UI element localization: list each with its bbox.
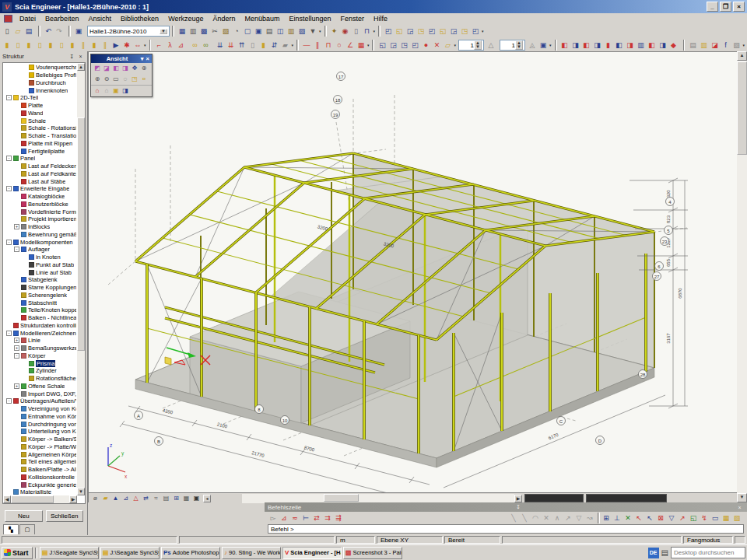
tree-item[interactable]: Stabschnitt xyxy=(4,299,76,306)
tree-item[interactable]: Vereinigung von Körp xyxy=(4,405,76,413)
snap-tool-icon[interactable]: ↝ xyxy=(584,513,595,523)
draw-tool-icon[interactable]: ▦ xyxy=(356,40,366,51)
tree-item[interactable]: Körper -> Balken/Stü xyxy=(4,436,76,443)
activity-spinner-1[interactable]: 1▲▼ xyxy=(458,40,484,51)
menu-item[interactable]: Datei xyxy=(15,14,40,23)
viewport-tool-icon[interactable]: ⊿ xyxy=(121,494,131,503)
snap-tool-icon[interactable]: ◱ xyxy=(688,513,699,523)
tree-expand-toggle[interactable]: - xyxy=(6,156,12,161)
close-icon[interactable]: × xyxy=(735,505,744,510)
toolbar-icon[interactable]: ◳ xyxy=(398,40,409,51)
viewport-tool-icon[interactable]: △ xyxy=(131,494,141,503)
tree-item[interactable]: + InBlocks xyxy=(4,223,76,231)
zoom-tool-icon[interactable]: ⊕ xyxy=(93,75,102,84)
close-button[interactable]: × xyxy=(733,2,745,12)
tree-item[interactable]: Schale - Rotationsfläc xyxy=(4,124,76,132)
snap-tool-icon[interactable]: ▧ xyxy=(731,513,742,523)
tree-item[interactable]: + Linie xyxy=(4,337,76,345)
tree-expand-toggle[interactable]: - xyxy=(6,240,12,245)
toolbar-icon[interactable]: ✕ xyxy=(431,40,442,51)
toolbar-icon[interactable]: ▤ xyxy=(687,40,698,51)
viewport-tool-icon[interactable]: ▲ xyxy=(110,494,121,503)
tree-item[interactable]: Import DWG, DXF, VR xyxy=(4,390,76,397)
view-tool-icon[interactable]: ◨ xyxy=(121,64,130,73)
tree-item[interactable]: Durchdringung von K xyxy=(4,420,76,428)
toolbar-icon[interactable]: ▤ xyxy=(23,26,34,37)
toolbar-icon[interactable]: ✦ xyxy=(329,26,340,37)
snap-tool-icon[interactable]: ╲ xyxy=(508,513,519,523)
h-scroll-right-icon[interactable]: ▶ xyxy=(514,495,522,502)
view-icon[interactable]: ◰ xyxy=(426,26,437,37)
toolbar-icon[interactable]: ⊿ xyxy=(175,40,186,51)
toolbar-icon[interactable]: ▧ xyxy=(220,26,231,37)
tree-expand-toggle[interactable]: - xyxy=(6,95,12,100)
status-snap-mode[interactable]: Fangmodus xyxy=(683,536,733,544)
viewport-tool-icon[interactable]: ▦ xyxy=(181,494,191,503)
snap-tool-icon[interactable]: ▦ xyxy=(721,513,731,523)
tree-item[interactable]: Starre Kopplungen xyxy=(4,284,76,292)
status-unit[interactable]: m xyxy=(336,536,375,544)
palette-close-icon[interactable]: × xyxy=(146,55,149,62)
menu-item[interactable]: Einstellungen xyxy=(285,14,336,23)
title-bar[interactable]: V Scia Engineer - [Halle1-2Bühne-2010 : … xyxy=(0,0,747,13)
render-tool-icon[interactable]: ◨ xyxy=(121,86,130,96)
snap-tool-icon[interactable]: ↯ xyxy=(699,513,710,523)
tree-item[interactable]: Zylinder xyxy=(4,367,76,375)
member-tool-icon[interactable]: ⇔ xyxy=(132,40,143,51)
toolbar-icon[interactable]: ◲ xyxy=(388,40,398,51)
draw-tool-icon[interactable]: ∠ xyxy=(345,40,356,51)
render-tool-icon[interactable]: ▣ xyxy=(111,86,121,96)
selection-tool-icon[interactable]: ⊢ xyxy=(300,513,311,523)
load-tool-icon[interactable]: ◧ xyxy=(647,40,658,51)
viewport-tool-icon[interactable]: ⇄ xyxy=(141,494,151,503)
view-icon[interactable]: ◰ xyxy=(383,26,394,37)
close-icon[interactable]: × xyxy=(76,54,85,59)
toolbar-icon[interactable]: ◔ xyxy=(231,26,242,37)
tree-item[interactable]: Balken/Platte -> Allge xyxy=(4,466,76,474)
snap-tool-icon[interactable]: ▽ xyxy=(666,513,677,523)
render-tool-icon[interactable]: ⌂ xyxy=(93,86,102,96)
snap-tool-icon[interactable]: ▭ xyxy=(710,513,721,523)
zoom-tool-icon[interactable]: ◳ xyxy=(130,75,139,84)
viewport-tool-icon[interactable]: ≈ xyxy=(151,494,161,503)
tree-item[interactable]: Innenknoten xyxy=(4,86,76,94)
tree-item[interactable]: Platte mit Rippen xyxy=(4,140,76,148)
tree-item[interactable]: Fertigteilplatte xyxy=(4,147,76,155)
toolbar-collapse-icon[interactable]: ◂ xyxy=(203,495,211,502)
tree-vertical-scrollbar[interactable]: ▲ ▼ xyxy=(77,63,85,495)
snap-tool-icon[interactable]: ↗ xyxy=(677,513,688,523)
draw-tool-icon[interactable]: ○ xyxy=(334,40,345,51)
tree-item[interactable]: - Körper xyxy=(4,352,76,360)
view-icon[interactable]: ◲ xyxy=(448,26,459,37)
view-tool-icon[interactable]: ◪ xyxy=(102,64,111,73)
tree-item[interactable]: Bewehrung gemäß V xyxy=(4,231,76,239)
load-tool-icon[interactable]: ◨ xyxy=(570,40,581,51)
toolbar-icon[interactable]: ◰ xyxy=(409,40,420,51)
member-tool-icon[interactable]: ▮ xyxy=(45,40,56,51)
scroll-thumb[interactable] xyxy=(77,117,85,351)
view-tool-icon[interactable]: ◧ xyxy=(111,64,121,73)
toolbar-icon[interactable]: ▦ xyxy=(177,26,188,37)
mdi-child-icon[interactable] xyxy=(4,15,12,23)
menu-item[interactable]: Bibliotheken xyxy=(116,14,163,23)
toolbar-icon[interactable]: ▣ xyxy=(253,26,264,37)
tree-item[interactable]: Last auf Feldkanten xyxy=(4,170,76,178)
toolbar-icon[interactable]: ∞ xyxy=(189,40,200,51)
tree-item[interactable]: Voutenquerschnitt xyxy=(4,64,76,72)
viewport-tool-icon[interactable]: ⌀ xyxy=(90,494,100,503)
snap-tool-icon[interactable]: ✕ xyxy=(541,513,552,523)
snap-tool-icon[interactable]: ⊞ xyxy=(601,513,612,523)
activity-spinner-2[interactable]: 1▲▼ xyxy=(500,40,525,51)
project-combo[interactable]: Halle1-2Bühne-2010▼ xyxy=(87,26,170,37)
tree-expand-toggle[interactable]: - xyxy=(14,353,19,359)
tree-item[interactable]: Beliebiges Profil xyxy=(4,72,76,79)
tree-item[interactable]: Schale - Translationsf xyxy=(4,132,76,140)
load-tool-icon[interactable]: ◨ xyxy=(658,40,668,51)
selection-tool-icon[interactable]: ▻ xyxy=(268,513,279,523)
zoom-tool-icon[interactable]: ▭ xyxy=(111,75,121,84)
toolbar-icon[interactable]: ⇈ xyxy=(236,40,247,51)
pin-icon[interactable]: ↧ xyxy=(68,54,76,60)
snap-tool-icon[interactable]: ↖ xyxy=(633,513,644,523)
tree-item[interactable]: Prisma xyxy=(4,359,76,367)
load-tool-icon[interactable]: ◆ xyxy=(668,40,679,51)
